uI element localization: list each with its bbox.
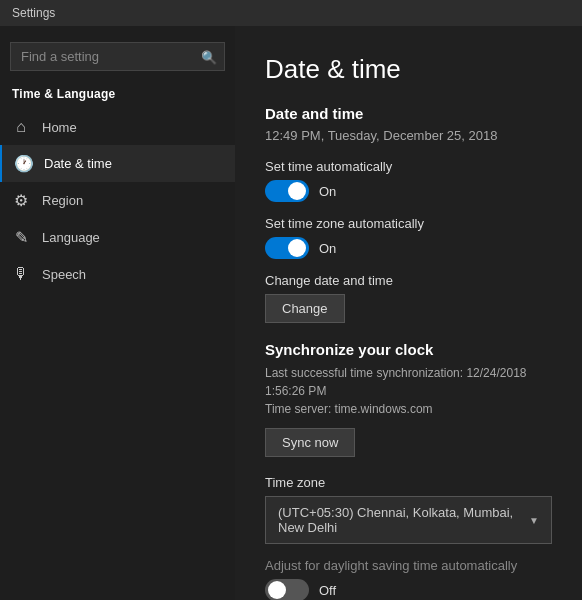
sidebar-item-label-region: Region (42, 193, 83, 208)
change-date-time-button[interactable]: Change (265, 294, 345, 323)
sync-clock-title: Synchronize your clock (265, 341, 552, 358)
sync-info: Last successful time synchronization: 12… (265, 364, 552, 418)
title-bar: Settings (0, 0, 582, 26)
speech-icon: 🎙 (12, 265, 30, 283)
set-timezone-auto-row: On (265, 237, 552, 259)
date-time-icon: 🕐 (14, 154, 32, 173)
search-icon: 🔍 (201, 49, 217, 64)
sync-now-button[interactable]: Sync now (265, 428, 355, 457)
change-date-time-label: Change date and time (265, 273, 552, 288)
set-time-auto-state: On (319, 184, 336, 199)
set-timezone-auto-state: On (319, 241, 336, 256)
sidebar-section-title: Time & Language (0, 83, 235, 109)
time-zone-chevron-icon: ▼ (529, 515, 539, 526)
language-icon: ✎ (12, 228, 30, 247)
region-icon: ⚙ (12, 191, 30, 210)
daylight-saving-toggle[interactable] (265, 579, 309, 600)
sidebar-item-region[interactable]: ⚙Region (0, 182, 235, 219)
sidebar-item-date-time[interactable]: 🕐Date & time (0, 145, 235, 182)
home-icon: ⌂ (12, 118, 30, 136)
search-input[interactable] (10, 42, 225, 71)
set-timezone-auto-label: Set time zone automatically (265, 216, 552, 231)
search-box[interactable]: 🔍 (10, 42, 225, 71)
sidebar-item-label-language: Language (42, 230, 100, 245)
time-zone-value: (UTC+05:30) Chennai, Kolkata, Mumbai, Ne… (278, 505, 529, 535)
daylight-saving-row: Off (265, 579, 552, 600)
set-time-auto-toggle[interactable] (265, 180, 309, 202)
sidebar-item-label-home: Home (42, 120, 77, 135)
sidebar-item-label-speech: Speech (42, 267, 86, 282)
content-area: Date & time Date and time 12:49 PM, Tues… (235, 26, 582, 600)
daylight-saving-state: Off (319, 583, 336, 598)
current-date-time: 12:49 PM, Tuesday, December 25, 2018 (265, 128, 552, 143)
date-time-section-title: Date and time (265, 105, 552, 122)
time-server-text: Time server: time.windows.com (265, 400, 552, 418)
set-time-auto-row: On (265, 180, 552, 202)
sidebar-item-label-date-time: Date & time (44, 156, 112, 171)
set-time-auto-label: Set time automatically (265, 159, 552, 174)
set-timezone-auto-toggle[interactable] (265, 237, 309, 259)
time-zone-label: Time zone (265, 475, 552, 490)
last-sync-text: Last successful time synchronization: 12… (265, 364, 552, 400)
sidebar-item-home[interactable]: ⌂Home (0, 109, 235, 145)
daylight-saving-label: Adjust for daylight saving time automati… (265, 558, 552, 573)
main-container: 🔍 Time & Language ⌂Home🕐Date & time⚙Regi… (0, 26, 582, 600)
sidebar: 🔍 Time & Language ⌂Home🕐Date & time⚙Regi… (0, 26, 235, 600)
title-bar-label: Settings (12, 6, 55, 20)
sidebar-item-language[interactable]: ✎Language (0, 219, 235, 256)
time-zone-dropdown[interactable]: (UTC+05:30) Chennai, Kolkata, Mumbai, Ne… (265, 496, 552, 544)
sidebar-item-speech[interactable]: 🎙Speech (0, 256, 235, 292)
page-title: Date & time (265, 54, 552, 85)
